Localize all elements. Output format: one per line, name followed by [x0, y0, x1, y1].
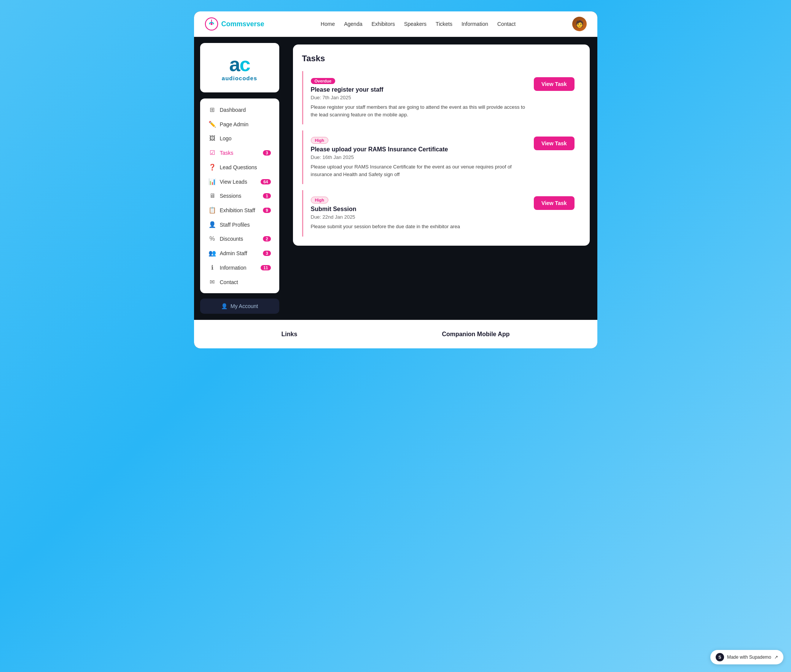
task-title-task-3: Submit Session	[311, 206, 528, 213]
dashboard-icon: ⊞	[208, 106, 216, 113]
nav-link-speakers[interactable]: Speakers	[404, 21, 426, 27]
task-item-task-1: OverduePlease register your staffDue: 7t…	[302, 71, 581, 124]
sidebar-label-staff-profiles: Staff Profiles	[220, 222, 271, 228]
lead-questions-icon: ❓	[208, 163, 216, 171]
task-desc-task-1: Please register your staff members that …	[311, 104, 528, 118]
task-due-task-3: Due: 22nd Jan 2025	[311, 214, 528, 220]
my-account-button[interactable]: 👤 My Account	[200, 299, 279, 314]
svg-point-1	[210, 23, 212, 25]
task-item-task-3: HighSubmit SessionDue: 22nd Jan 2025Plea…	[302, 190, 581, 237]
badge-discounts: 2	[263, 236, 271, 242]
nav-link-tickets[interactable]: Tickets	[436, 21, 452, 27]
sidebar-item-logo[interactable]: 🖼Logo	[202, 131, 277, 145]
information-icon: ℹ	[208, 264, 216, 271]
top-navigation: Commsverse HomeAgendaExhibitorsSpeakersT…	[194, 11, 597, 37]
company-logo-name: audiocodes	[222, 75, 257, 82]
nav-link-contact[interactable]: Contact	[497, 21, 516, 27]
footer-links-section: Links	[282, 331, 298, 338]
staff-profiles-icon: 👤	[208, 221, 216, 228]
supademo-icon: S	[716, 653, 724, 661]
sidebar-item-exhibition-staff[interactable]: 📋Exhibition Staff9	[202, 203, 277, 217]
badge-tasks: 3	[263, 150, 271, 155]
commsverse-logo-icon	[205, 17, 218, 31]
main-content: Tasks OverduePlease register your staffD…	[285, 37, 597, 320]
badge-view-leads: 64	[261, 179, 271, 184]
company-logo: ac audiocodes	[222, 54, 257, 82]
supademo-badge[interactable]: S Made with Supademo ↗	[710, 650, 783, 664]
nav-link-exhibitors[interactable]: Exhibitors	[371, 21, 395, 27]
task-due-task-2: Due: 16th Jan 2025	[311, 154, 528, 160]
badge-admin-staff: 3	[263, 251, 271, 256]
sessions-icon: 🖥	[208, 192, 216, 199]
sidebar-label-sessions: Sessions	[220, 193, 259, 199]
tasks-title: Tasks	[302, 54, 581, 64]
admin-staff-icon: 👥	[208, 250, 216, 257]
task-due-task-1: Due: 7th Jan 2025	[311, 95, 528, 101]
supademo-arrow: ↗	[774, 654, 778, 660]
page-admin-icon: ✏️	[208, 120, 216, 128]
sidebar-item-information[interactable]: ℹInformation11	[202, 261, 277, 275]
sidebar-label-exhibition-staff: Exhibition Staff	[220, 207, 259, 213]
tasks-icon: ☑	[208, 149, 216, 156]
sidebar-label-dashboard: Dashboard	[220, 107, 271, 113]
footer: Links Companion Mobile App	[194, 320, 597, 348]
sidebar-label-view-leads: View Leads	[220, 179, 257, 185]
user-circle-icon: 👤	[221, 303, 227, 309]
contact-icon: ✉	[208, 278, 216, 286]
supademo-label: Made with Supademo	[727, 654, 771, 660]
task-priority-task-1: Overdue	[311, 78, 336, 84]
task-title-task-2: Please upload your RAMS Insurance Certif…	[311, 146, 528, 153]
task-desc-task-2: Please upload your RAMS Insurance Certif…	[311, 163, 528, 178]
task-desc-task-3: Please submit your session before the du…	[311, 223, 528, 230]
task-priority-task-2: High	[311, 137, 328, 144]
nav-link-home[interactable]: Home	[321, 21, 335, 27]
view-task-button-task-1[interactable]: View Task	[534, 77, 574, 91]
brand-name: Commsverse	[221, 20, 264, 28]
footer-links-heading: Links	[282, 331, 298, 338]
discounts-icon: %	[208, 235, 216, 242]
sidebar-item-sessions[interactable]: 🖥Sessions1	[202, 189, 277, 203]
sidebar-label-lead-questions: Lead Questions	[220, 164, 271, 170]
sidebar-item-view-leads[interactable]: 📊View Leads64	[202, 174, 277, 189]
nav-links: HomeAgendaExhibitorsSpeakersTicketsInfor…	[321, 21, 516, 27]
sidebar-item-staff-profiles[interactable]: 👤Staff Profiles	[202, 218, 277, 232]
sidebar-label-admin-staff: Admin Staff	[220, 250, 259, 256]
sidebar-item-tasks[interactable]: ☑Tasks3	[202, 146, 277, 160]
sidebar-nav: ⊞Dashboard✏️Page Admin🖼Logo☑Tasks3❓Lead …	[200, 99, 279, 293]
sidebar-label-tasks: Tasks	[220, 150, 259, 156]
my-account-label: My Account	[231, 303, 258, 309]
brand-logo[interactable]: Commsverse	[205, 17, 264, 31]
badge-exhibition-staff: 9	[263, 208, 271, 213]
sidebar-label-information: Information	[220, 265, 257, 271]
footer-companion-section: Companion Mobile App	[442, 331, 509, 338]
sidebar-item-admin-staff[interactable]: 👥Admin Staff3	[202, 246, 277, 260]
sidebar-label-page-admin: Page Admin	[220, 121, 271, 127]
footer-companion-heading: Companion Mobile App	[442, 331, 509, 338]
task-title-task-1: Please register your staff	[311, 86, 528, 93]
view-leads-icon: 📊	[208, 178, 216, 185]
sidebar-label-discounts: Discounts	[220, 236, 259, 242]
user-avatar[interactable]: 🧑	[572, 17, 587, 31]
sidebar-label-logo: Logo	[220, 135, 271, 141]
company-logo-letters: ac	[229, 54, 250, 74]
company-logo-card: ac audiocodes	[200, 43, 279, 93]
task-priority-task-3: High	[311, 197, 328, 203]
nav-link-information[interactable]: Information	[461, 21, 488, 27]
exhibition-staff-icon: 📋	[208, 206, 216, 214]
logo-icon: 🖼	[208, 135, 216, 142]
sidebar-item-lead-questions[interactable]: ❓Lead Questions	[202, 160, 277, 174]
task-item-task-2: HighPlease upload your RAMS Insurance Ce…	[302, 130, 581, 184]
sidebar: ac audiocodes ⊞Dashboard✏️Page Admin🖼Log…	[194, 37, 285, 320]
view-task-button-task-3[interactable]: View Task	[534, 196, 574, 210]
sidebar-item-contact[interactable]: ✉Contact	[202, 275, 277, 289]
view-task-button-task-2[interactable]: View Task	[534, 136, 574, 150]
badge-information: 11	[261, 265, 271, 270]
sidebar-label-contact: Contact	[220, 279, 271, 285]
sidebar-item-discounts[interactable]: %Discounts2	[202, 232, 277, 246]
sidebar-item-page-admin[interactable]: ✏️Page Admin	[202, 117, 277, 131]
nav-link-agenda[interactable]: Agenda	[344, 21, 362, 27]
sidebar-item-dashboard[interactable]: ⊞Dashboard	[202, 103, 277, 117]
tasks-card: Tasks OverduePlease register your staffD…	[293, 45, 590, 246]
tasks-list: OverduePlease register your staffDue: 7t…	[302, 71, 581, 237]
badge-sessions: 1	[263, 193, 271, 198]
